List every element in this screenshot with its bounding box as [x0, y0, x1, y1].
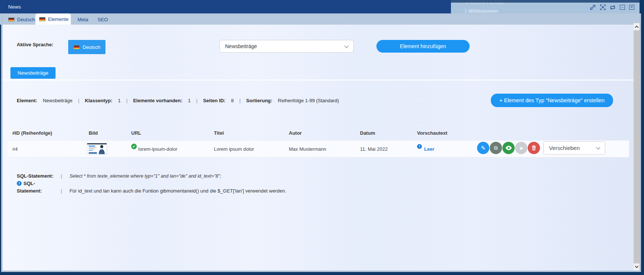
link-icon[interactable] — [590, 4, 596, 10]
add-element-button[interactable]: Element hinzufügen — [376, 40, 470, 53]
pencil-icon: ✎ — [481, 145, 486, 151]
thumb-title-line — [89, 146, 95, 147]
thumb-text-line — [89, 147, 97, 148]
delete-button[interactable] — [528, 142, 540, 154]
titlebar: News — [0, 0, 451, 13]
tab-elemente[interactable]: Elemente — [35, 13, 71, 25]
sql-label: SQL-Statement: — [17, 173, 61, 179]
row-author: Max Mustermann — [289, 146, 326, 152]
col-header-autor: Autor — [289, 130, 302, 136]
chevron-down-icon — [344, 44, 348, 48]
row-thumbnail-image — [87, 143, 107, 154]
separator: | — [196, 98, 198, 103]
tab-label: Meta — [78, 17, 88, 22]
thumb-person-figure — [98, 144, 106, 154]
preview-button[interactable] — [502, 142, 515, 154]
element-type-select-value: Newsbeiträge — [225, 43, 257, 49]
fullscreen-icon[interactable] — [600, 4, 606, 10]
separator: | — [61, 188, 62, 194]
row-id: #4 — [12, 146, 18, 152]
meta-label: Sortierung: — [246, 98, 272, 103]
minimize-icon[interactable]: ─ — [620, 5, 625, 10]
star-icon: ★ — [519, 145, 524, 151]
active-language-label: Aktive Sprache: — [17, 42, 53, 47]
favorite-button[interactable]: ★ — [515, 142, 527, 154]
chevron-down-icon — [596, 145, 600, 149]
meta-label: Seiten ID: — [203, 98, 225, 103]
meta-value: 1 — [188, 98, 190, 103]
close-icon[interactable]: ✕ — [629, 5, 634, 10]
window-controls: ─ ✕ — [590, 4, 634, 10]
dialog-content: Aktive Sprache: Deutsch Newsbeiträge Ele… — [3, 25, 634, 271]
separator: | — [61, 173, 62, 179]
edit-button[interactable]: ✎ — [477, 142, 489, 154]
move-select[interactable]: Verschieben — [543, 141, 605, 154]
sql-statement-line: SQL-Statement: | Select * from texte_ele… — [17, 173, 221, 179]
info-circle-icon[interactable]: i — [17, 181, 22, 186]
tab-deutsch[interactable]: Deutsch — [4, 14, 39, 25]
german-flag-icon — [73, 45, 80, 49]
tab-seo[interactable]: SEO — [94, 14, 111, 25]
tab-bar: Deutsch Elemente Meta SEO </> i — [0, 13, 640, 25]
newsbeitraege-section-button[interactable]: Newsbeiträge — [10, 67, 56, 79]
chevron-up-icon — [635, 26, 638, 29]
sql-hint-line: Statement: | Für id_text und lan kann au… — [17, 188, 286, 194]
vertical-scrollbar[interactable] — [634, 23, 640, 271]
sql-label: SQL- — [23, 181, 35, 186]
col-header-vorschautext: Vorschautext — [417, 130, 447, 136]
section-divider — [3, 79, 634, 81]
meta-label: Element: — [17, 98, 37, 103]
window-border-bottom — [1, 271, 641, 272]
reload-loop-icon[interactable] — [610, 4, 616, 10]
col-header-titel: Titel — [214, 130, 224, 136]
scroll-down-button[interactable] — [634, 263, 640, 271]
sql-statement-text: Select * from texte_elemente where typ="… — [69, 173, 221, 179]
meta-label: Elemente vorhanden: — [133, 98, 182, 103]
eye-icon — [505, 146, 512, 150]
col-header-bild: Bild — [89, 130, 98, 136]
window-border-left — [1, 13, 3, 272]
thumb-button-bar — [89, 152, 97, 154]
create-element-button[interactable]: + Element des Typ "Newsbeiträge" erstell… — [491, 94, 613, 107]
welcome-label: Willkommen — [468, 8, 498, 13]
background-welcome-text: ├ Willkommen — [464, 8, 498, 13]
thumb-text-line — [89, 150, 93, 151]
copy-icon: ⧉ — [494, 145, 498, 151]
tab-label: SEO — [98, 17, 108, 22]
german-flag-icon — [8, 18, 15, 22]
german-flag-icon — [39, 17, 45, 21]
element-type-select[interactable]: Newsbeiträge — [220, 40, 354, 53]
duplicate-button[interactable]: ⧉ — [490, 142, 502, 154]
language-button-label: Deutsch — [83, 44, 101, 50]
sql-hint-label-line: i SQL- — [17, 181, 35, 186]
meta-value: Newsbeiträge — [43, 98, 73, 103]
info-circle-icon[interactable]: i — [417, 144, 422, 149]
titlebar-overlay: FRONTEND ├ Willkommen ─ ✕ — [451, 0, 640, 13]
chevron-down-icon — [635, 265, 638, 268]
separator: | — [78, 98, 79, 103]
col-header-datum: Datum — [360, 130, 375, 136]
col-header-url: URL — [131, 130, 141, 136]
dialog-window: News FRONTEND ├ Willkommen ─ ✕ Deutsch — [0, 0, 644, 275]
meta-value: Reihenfolge 1-99 (Standard) — [278, 98, 339, 103]
separator: | — [126, 98, 127, 103]
sql-label: Statement: — [17, 188, 61, 194]
tab-meta[interactable]: Meta — [74, 14, 92, 25]
row-preview-link[interactable]: Leer — [424, 146, 434, 152]
row-date: 11. Mai 2022 — [360, 146, 388, 152]
language-deutsch-button[interactable]: Deutsch — [68, 40, 105, 54]
element-meta-row: Element:Newsbeiträge | Klassentyp:1 | El… — [17, 98, 339, 103]
trash-icon — [531, 145, 536, 151]
separator: | — [239, 98, 240, 103]
check-circle-icon: ✔ — [131, 144, 137, 149]
tab-label: Elemente — [48, 16, 69, 22]
row-title: Lorem ipsum dolor — [214, 146, 254, 152]
col-header-id: #ID (Reihenfolge) — [12, 130, 52, 136]
tab-label: Deutsch — [17, 17, 35, 22]
meta-value: 8 — [231, 98, 234, 103]
meta-label: Klassentyp: — [85, 98, 113, 103]
meta-value: 1 — [118, 98, 121, 103]
window-top-border — [451, 0, 640, 3]
tree-branch-glyph: ├ — [464, 8, 467, 13]
scroll-up-button[interactable] — [634, 23, 640, 30]
